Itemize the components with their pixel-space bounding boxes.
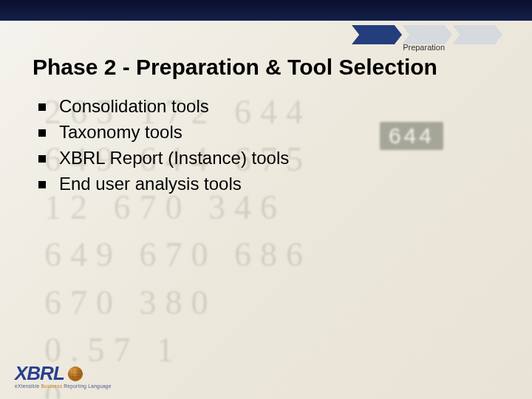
bullet-icon xyxy=(38,181,46,188)
list-item: Consolidation tools xyxy=(38,96,502,117)
xbrl-logo: XBRL eXtensible Business Reporting Langu… xyxy=(15,362,112,389)
list-item-text: Taxonomy tools xyxy=(59,122,183,143)
list-item-text: Consolidation tools xyxy=(59,96,209,117)
list-item: XBRL Report (Instance) tools xyxy=(38,148,502,168)
list-item: End user analysis tools xyxy=(38,174,502,194)
progress-chevrons xyxy=(352,25,502,44)
chevron-step-active xyxy=(352,25,402,44)
list-item: Taxonomy tools xyxy=(38,122,502,143)
bullet-icon xyxy=(38,155,46,163)
globe-icon xyxy=(66,365,84,383)
logo-subtitle: eXtensible Business Reporting Language xyxy=(15,383,112,389)
bullet-list: Consolidation tools Taxonomy tools XBRL … xyxy=(33,96,502,194)
page-title: Phase 2 - Preparation & Tool Selection xyxy=(33,55,502,80)
logo-text: XBRL xyxy=(15,362,64,385)
chevron-step xyxy=(452,25,502,44)
bullet-icon xyxy=(38,103,46,111)
chevron-step xyxy=(402,25,452,44)
list-item-text: End user analysis tools xyxy=(59,174,242,194)
list-item-text: XBRL Report (Instance) tools xyxy=(59,148,289,168)
bullet-icon xyxy=(38,129,46,137)
chevron-label: Preparation xyxy=(403,43,445,52)
